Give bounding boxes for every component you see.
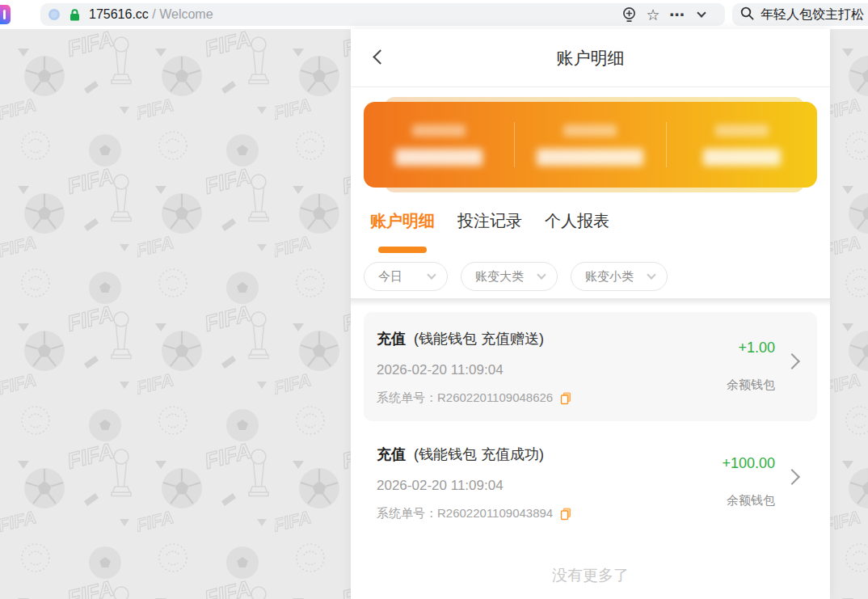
- chevron-down-icon: [537, 270, 546, 279]
- search-icon: [740, 6, 754, 23]
- masked-value: [537, 149, 643, 166]
- active-tab-underline: [378, 247, 427, 253]
- search-box[interactable]: 年轻人包饺主打松: [732, 3, 868, 26]
- more-options-icon[interactable]: ⋯: [665, 4, 689, 25]
- transaction-row[interactable]: 充值(钱能钱包 充值赠送) 2026-02-20 11:09:04 系统单号： …: [364, 312, 817, 421]
- transaction-amount: +100.00: [722, 455, 775, 472]
- page-title: 账户明细: [557, 47, 625, 70]
- url-host: 175616.cc: [89, 7, 149, 21]
- masked-label: [412, 124, 466, 137]
- url-path: / Welcome: [149, 7, 213, 21]
- tab-personal-report[interactable]: 个人报表: [545, 209, 609, 253]
- order-number: R2602201109043894: [437, 506, 553, 521]
- chevron-down-icon: [647, 270, 655, 279]
- masked-value: [395, 149, 482, 166]
- balance-summary-card[interactable]: [364, 102, 817, 188]
- transaction-amount-block: +100.00 余额钱包: [722, 455, 775, 508]
- filter-date-select[interactable]: 今日: [364, 262, 448, 291]
- transaction-type: 充值: [377, 446, 406, 462]
- transaction-amount: +1.00: [727, 340, 775, 356]
- summary-column-2: [515, 124, 665, 166]
- summary-column-1: [364, 124, 514, 166]
- sticky-header-shadow: [351, 298, 830, 306]
- site-info-icon[interactable]: [48, 9, 60, 20]
- capture-plus-icon[interactable]: [617, 4, 641, 25]
- tab-account-detail[interactable]: 账户明细: [370, 209, 435, 253]
- app-logo-icon: [0, 5, 11, 24]
- order-label: 系统单号：: [377, 506, 437, 521]
- chevron-down-icon: [427, 270, 436, 279]
- browser-toolbar: 175616.cc / Welcome ☆ ⋯ 年轻人包饺主打松: [0, 0, 868, 29]
- summary-card-front: [364, 102, 817, 188]
- masked-label: [563, 124, 617, 137]
- favorite-star-icon[interactable]: ☆: [641, 4, 665, 25]
- filter-major-type-select[interactable]: 账变大类: [461, 262, 558, 291]
- transaction-subtype: (钱能钱包 充值成功): [414, 446, 544, 462]
- tab-bar: 账户明细 投注记录 个人报表: [351, 209, 830, 253]
- search-text: 年轻人包饺主打松: [761, 6, 864, 23]
- transaction-row[interactable]: 充值(钱能钱包 充值成功) 2026-02-20 11:09:04 系统单号： …: [364, 428, 817, 541]
- address-bar[interactable]: 175616.cc / Welcome ☆ ⋯: [40, 3, 725, 26]
- transaction-subtype: (钱能钱包 充值赠送): [414, 331, 544, 347]
- transaction-wallet: 余额钱包: [722, 493, 775, 508]
- masked-label: [715, 124, 769, 137]
- back-icon[interactable]: [373, 49, 387, 64]
- order-label: 系统单号：: [377, 390, 437, 405]
- filter-minor-type-select[interactable]: 账变小类: [571, 262, 668, 291]
- transaction-type: 充值: [377, 331, 406, 347]
- copy-icon[interactable]: [559, 391, 572, 405]
- filter-row: 今日 账变大类 账变小类: [351, 262, 830, 291]
- copy-icon[interactable]: [559, 507, 572, 521]
- masked-value: [703, 149, 781, 166]
- chevron-down-icon[interactable]: [689, 4, 714, 25]
- tab-bet-records[interactable]: 投注记录: [457, 209, 522, 253]
- no-more-text: 没有更多了: [364, 565, 817, 586]
- order-number: R2602201109048626: [437, 390, 553, 405]
- page-stage: FIFA FIFA: [0, 29, 868, 599]
- url-text[interactable]: 175616.cc / Welcome: [89, 7, 213, 22]
- account-detail-panel: 账户明细: [351, 29, 830, 599]
- summary-column-3: [667, 124, 817, 166]
- transaction-list: 充值(钱能钱包 充值赠送) 2026-02-20 11:09:04 系统单号： …: [351, 306, 830, 586]
- lock-icon[interactable]: [69, 8, 81, 22]
- transaction-wallet: 余额钱包: [727, 378, 775, 393]
- transaction-amount-block: +1.00 余额钱包: [727, 340, 775, 393]
- panel-header: 账户明细: [351, 29, 830, 87]
